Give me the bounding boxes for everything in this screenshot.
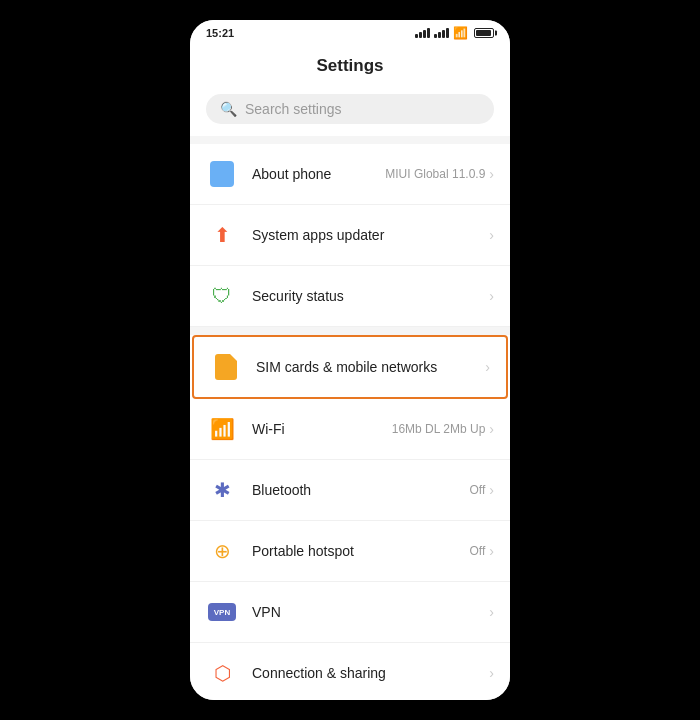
wifi-icon: 📶 <box>206 413 238 445</box>
hotspot-menu-icon: ⊕ <box>214 539 231 563</box>
vpn-icon: VPN <box>206 596 238 628</box>
setting-item-bluetooth[interactable]: ✱ Bluetooth Off › <box>190 460 510 521</box>
system-apps-icon: ⬆ <box>206 219 238 251</box>
wifi-menu-icon: 📶 <box>210 417 235 441</box>
setting-item-wifi[interactable]: 📶 Wi-Fi 16Mb DL 2Mb Up › <box>190 399 510 460</box>
chevron-icon: › <box>489 227 494 243</box>
sim-icon <box>210 351 242 383</box>
hotspot-icon: ⊕ <box>206 535 238 567</box>
vpn-badge-icon: VPN <box>208 603 236 621</box>
sim-label: SIM cards & mobile networks <box>256 359 485 375</box>
setting-item-sim[interactable]: SIM cards & mobile networks › <box>192 335 508 399</box>
system-apps-text: System apps updater <box>252 227 489 243</box>
security-label: Security status <box>252 288 489 304</box>
connection-right: › <box>489 665 494 681</box>
wifi-status-icon: 📶 <box>453 26 468 40</box>
wifi-label: Wi-Fi <box>252 421 392 437</box>
vpn-text: VPN <box>252 604 489 620</box>
setting-item-vpn[interactable]: VPN VPN › <box>190 582 510 643</box>
search-bar[interactable]: 🔍 Search settings <box>190 86 510 136</box>
about-phone-icon <box>206 158 238 190</box>
connection-label: Connection & sharing <box>252 665 489 681</box>
battery-icon <box>474 28 494 38</box>
setting-item-security[interactable]: 🛡 Security status › <box>190 266 510 327</box>
chevron-icon: › <box>489 543 494 559</box>
bluetooth-icon: ✱ <box>206 474 238 506</box>
time: 15:21 <box>206 27 234 39</box>
search-placeholder: Search settings <box>245 101 342 117</box>
security-right: › <box>489 288 494 304</box>
about-phone-right: MIUI Global 11.0.9 › <box>385 166 494 182</box>
about-phone-label: About phone <box>252 166 385 182</box>
setting-item-about-phone[interactable]: About phone MIUI Global 11.0.9 › <box>190 144 510 205</box>
system-apps-right: › <box>489 227 494 243</box>
chevron-icon: › <box>489 288 494 304</box>
bluetooth-text: Bluetooth <box>252 482 470 498</box>
chevron-icon: › <box>489 665 494 681</box>
setting-item-connection[interactable]: ⬡ Connection & sharing › <box>190 643 510 700</box>
hotspot-sub: Off <box>470 544 486 558</box>
section-gap <box>190 327 510 335</box>
bluetooth-right: Off › <box>470 482 494 498</box>
status-icons: 📶 <box>415 26 494 40</box>
vpn-right: › <box>489 604 494 620</box>
signal-icon-2 <box>434 28 449 38</box>
hotspot-right: Off › <box>470 543 494 559</box>
vpn-label: VPN <box>252 604 489 620</box>
hotspot-text: Portable hotspot <box>252 543 470 559</box>
system-apps-label: System apps updater <box>252 227 489 243</box>
update-icon: ⬆ <box>214 223 231 247</box>
wifi-sub: 16Mb DL 2Mb Up <box>392 422 486 436</box>
setting-item-hotspot[interactable]: ⊕ Portable hotspot Off › <box>190 521 510 582</box>
status-bar: 15:21 📶 <box>190 20 510 44</box>
setting-item-system-apps[interactable]: ⬆ System apps updater › <box>190 205 510 266</box>
sim-text: SIM cards & mobile networks <box>256 359 485 375</box>
bluetooth-sub: Off <box>470 483 486 497</box>
chevron-icon: › <box>489 166 494 182</box>
sharing-menu-icon: ⬡ <box>214 661 231 685</box>
page-title: Settings <box>190 44 510 86</box>
signal-icon <box>415 28 430 38</box>
security-text: Security status <box>252 288 489 304</box>
wifi-right: 16Mb DL 2Mb Up › <box>392 421 494 437</box>
about-phone-sub: MIUI Global 11.0.9 <box>385 167 485 181</box>
bluetooth-label: Bluetooth <box>252 482 470 498</box>
about-phone-text: About phone <box>252 166 385 182</box>
chevron-icon: › <box>489 604 494 620</box>
chevron-icon: › <box>489 482 494 498</box>
connection-text: Connection & sharing <box>252 665 489 681</box>
screen-content: Settings 🔍 Search settings About phone M… <box>190 44 510 700</box>
sim-right: › <box>485 359 490 375</box>
chevron-icon: › <box>485 359 490 375</box>
wifi-text: Wi-Fi <box>252 421 392 437</box>
phone-frame: 15:21 📶 Settings � <box>190 20 510 700</box>
hotspot-label: Portable hotspot <box>252 543 470 559</box>
security-icon: 🛡 <box>206 280 238 312</box>
search-icon: 🔍 <box>220 101 237 117</box>
settings-list: About phone MIUI Global 11.0.9 › ⬆ Syste… <box>190 144 510 700</box>
connection-icon: ⬡ <box>206 657 238 689</box>
search-input-wrap[interactable]: 🔍 Search settings <box>206 94 494 124</box>
bluetooth-menu-icon: ✱ <box>214 478 231 502</box>
chevron-icon: › <box>489 421 494 437</box>
shield-icon: 🛡 <box>212 285 232 308</box>
